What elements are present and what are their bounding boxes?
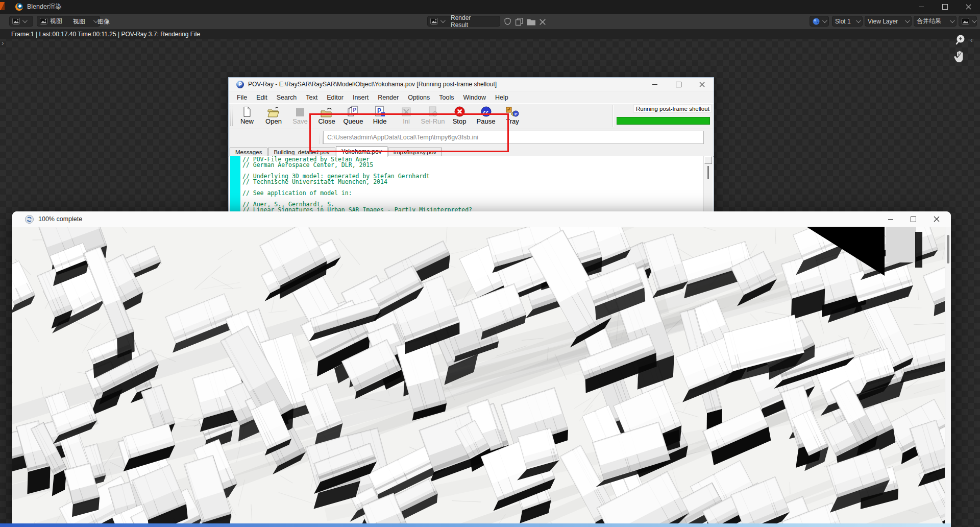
- render-refresh-icon: [25, 215, 34, 224]
- shield-icon[interactable]: [503, 17, 512, 26]
- close-icon: [934, 216, 940, 222]
- render-sphere-icon: [813, 18, 820, 25]
- editor-type-selector[interactable]: [9, 16, 33, 27]
- menu-image[interactable]: 图像: [93, 14, 114, 29]
- menu-view[interactable]: 视图: [68, 14, 90, 29]
- render-result-window: 100% complete: [12, 211, 951, 527]
- render-close-button[interactable]: [925, 211, 948, 227]
- minimize-button[interactable]: [910, 0, 933, 14]
- image-pin-selector[interactable]: [959, 16, 977, 27]
- toolbar-new-button[interactable]: New: [234, 104, 260, 128]
- code-text: // POV-File generated by Stefan Auer // …: [242, 157, 703, 213]
- render-scrollbar[interactable]: [945, 227, 951, 527]
- render-progress-panel: Running post-frame shellout: [614, 104, 712, 128]
- chevron-down-icon: [972, 18, 977, 23]
- menu-insert[interactable]: Insert: [349, 93, 373, 102]
- toolbar-separator: [612, 105, 614, 127]
- view-layer-dropdown[interactable]: View Layer: [865, 16, 912, 27]
- slot-value: Slot 1: [835, 18, 851, 25]
- collapse-chevron-icon[interactable]: ‹: [970, 36, 972, 44]
- chevron-down-icon: [905, 18, 910, 23]
- render-minimize-button[interactable]: [879, 211, 902, 227]
- save-icon: [296, 104, 305, 117]
- minimize-icon: [652, 84, 657, 85]
- toolbar-gripper: [230, 107, 233, 126]
- menu-help[interactable]: Help: [491, 93, 512, 102]
- maximize-icon: [676, 82, 681, 87]
- new-file-icon: [242, 104, 252, 117]
- povray-titlebar[interactable]: P POV-Ray - E:\RaySAR\RaySAR\Model\Objec…: [229, 78, 714, 91]
- minimize-icon: [888, 219, 893, 220]
- maximize-button[interactable]: [933, 0, 957, 14]
- tab-messages[interactable]: Messages: [230, 148, 267, 156]
- city-render-canvas: [12, 227, 951, 527]
- render-pass-dropdown[interactable]: 合并结果: [914, 16, 957, 27]
- folder-icon[interactable]: [527, 18, 536, 26]
- image-browse-selector[interactable]: [810, 16, 829, 27]
- image-name-value: Render Result: [447, 14, 496, 29]
- chevron-down-icon: [822, 18, 827, 23]
- duplicate-image-icon[interactable]: [515, 17, 524, 26]
- blender-logo-icon: [15, 3, 23, 11]
- desktop: › ‹ Blender渲染 视图: [0, 0, 980, 527]
- pan-hand-icon[interactable]: [952, 49, 968, 67]
- toolbar-open-button[interactable]: Open: [260, 104, 287, 128]
- watermark-strip: [0, 523, 951, 527]
- image-icon: [962, 18, 969, 25]
- menu-options[interactable]: Options: [404, 93, 434, 102]
- povray-menubar: File Edit Search Text Editor Insert Rend…: [229, 91, 714, 103]
- close-icon: [966, 4, 971, 10]
- zoom-in-icon[interactable]: [954, 33, 968, 49]
- menu-text[interactable]: Text: [302, 93, 322, 102]
- menu-search[interactable]: Search: [273, 93, 301, 102]
- image-icon: [40, 18, 47, 25]
- render-scrollbar-thumb[interactable]: [947, 235, 949, 264]
- background-app-fragment: [0, 2, 5, 10]
- display-mode-value: 视图: [50, 17, 62, 26]
- image-icon: [430, 18, 438, 25]
- scroll-up-button[interactable]: [704, 156, 712, 164]
- svg-text:P: P: [514, 112, 518, 116]
- minimize-icon: [919, 7, 924, 7]
- scrollbar-thumb[interactable]: [707, 166, 709, 179]
- view-layer-value: View Layer: [868, 18, 898, 25]
- shellout-status: Running post-frame shellout: [633, 104, 712, 113]
- menu-file[interactable]: File: [233, 93, 251, 102]
- code-line: // See application of model in:: [242, 190, 703, 196]
- svg-text:P: P: [353, 107, 357, 113]
- povray-maximize-button[interactable]: [667, 78, 690, 91]
- render-window-title: 100% complete: [38, 215, 82, 223]
- close-button[interactable]: [957, 0, 980, 14]
- rendered-city-image: [12, 227, 951, 527]
- blender-window-title: Blender渲染: [27, 3, 62, 11]
- render-progress-bar: [617, 117, 710, 125]
- chevron-down-icon: [950, 18, 955, 23]
- blender-header: 视图 视图 图像 Render Result Slot 1: [0, 14, 980, 30]
- code-line: // German Aerospace Center, DLR, 2015: [242, 162, 703, 168]
- maximize-icon: [911, 217, 916, 222]
- render-status-bar: Frame:1 | Last:00:17.40 Time:00:11.25 | …: [0, 29, 980, 39]
- image-editor-icon: [12, 18, 20, 25]
- povray-app-icon: P: [236, 81, 244, 88]
- close-icon: [699, 82, 705, 87]
- povray-minimize-button[interactable]: [643, 78, 667, 91]
- render-maximize-button[interactable]: [902, 211, 925, 227]
- render-pass-value: 合并结果: [917, 17, 941, 26]
- render-result-selector[interactable]: Render Result: [427, 16, 500, 27]
- chevron-down-icon: [856, 18, 861, 23]
- code-line: // Technische Universitaet Muenchen, 201…: [242, 179, 703, 185]
- menu-render[interactable]: Render: [374, 93, 403, 102]
- povray-window-title: POV-Ray - E:\RaySAR\RaySAR\Model\Object\…: [248, 81, 497, 88]
- annotation-highlight-rectangle: [309, 113, 509, 152]
- povray-close-button[interactable]: [690, 78, 714, 91]
- render-window-titlebar[interactable]: 100% complete: [12, 211, 951, 227]
- blender-titlebar: Blender渲染: [0, 0, 980, 14]
- close-image-icon[interactable]: [539, 18, 546, 26]
- menu-editor[interactable]: Editor: [323, 93, 348, 102]
- expand-chevron-icon[interactable]: ›: [2, 39, 4, 47]
- menu-edit[interactable]: Edit: [252, 93, 272, 102]
- render-status-text: Frame:1 | Last:00:17.40 Time:00:11.25 | …: [11, 31, 200, 38]
- menu-window[interactable]: Window: [459, 93, 489, 102]
- slot-dropdown[interactable]: Slot 1: [832, 16, 863, 27]
- menu-tools[interactable]: Tools: [435, 93, 458, 102]
